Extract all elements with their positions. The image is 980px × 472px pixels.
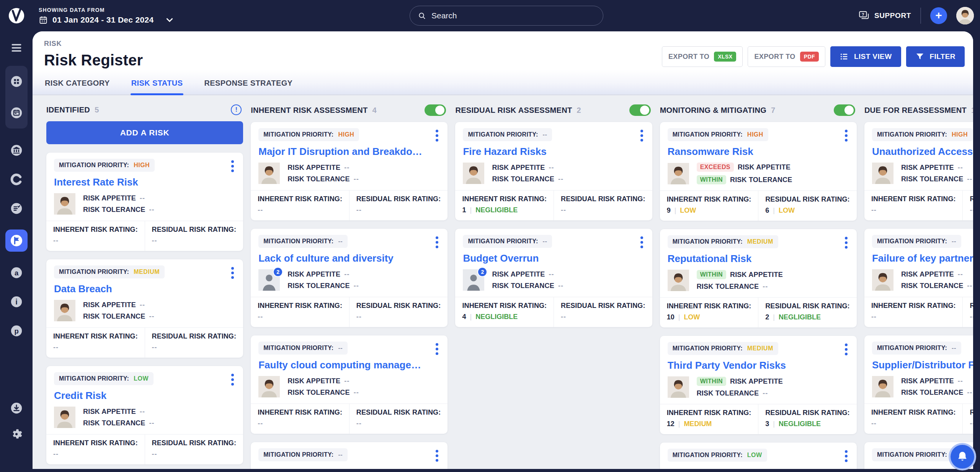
card-title[interactable]: Reputational Risk [668,253,849,264]
card-title[interactable]: Ransomware Risk [668,146,849,157]
mitigation-priority-chip: MITIGATION PRIORITY: -- [872,235,961,248]
card-title[interactable]: Unauthorized Access [872,146,973,157]
tab-risk-status[interactable]: RISK STATUS [131,70,184,94]
avatar [463,163,484,184]
kebab-menu-icon[interactable] [230,266,235,280]
card-body: Credit Risk RISK APPETITE-- RISK TOLERAN… [46,390,243,434]
sidebar-item-letter-c[interactable] [8,171,24,187]
risk-card[interactable]: MITIGATION PRIORITY: -- [251,442,448,469]
card-top: MITIGATION PRIORITY: HIGH [251,122,448,141]
inherent-value: -- [258,420,342,428]
sidebar-item-download[interactable] [8,400,24,416]
global-search[interactable] [410,6,603,26]
kebab-menu-icon[interactable] [230,160,235,173]
risk-card[interactable]: MITIGATION PRIORITY: -- Budget Overrun 2… [455,229,652,327]
risk-meta: RISK APPETITE-- RISK TOLERANCE-- [287,164,359,183]
risk-card[interactable]: MITIGATION PRIORITY: -- Fire Hazard Risk… [455,122,652,220]
risk-card[interactable]: MITIGATION PRIORITY: HIGH Unauthorized A… [864,122,973,220]
kebab-menu-icon[interactable] [640,129,644,142]
risk-card[interactable]: MITIGATION PRIORITY: HIGH Interest Rate … [46,153,243,251]
column-header: IDENTIFIED 5 ! [46,104,243,115]
risk-card[interactable]: MITIGATION PRIORITY: MEDIUM Reputational… [660,229,857,327]
add-risk-button[interactable]: ADD A RISK [46,121,243,144]
sidebar-item-letter-a[interactable]: a [8,265,24,281]
risk-card[interactable]: MITIGATION PRIORITY: LOW [660,443,857,469]
info-icon[interactable]: ! [231,104,242,115]
card-title[interactable]: Failure of key partners [872,252,973,264]
notifications-button[interactable] [949,443,976,470]
inherent-label: INHERENT RISK RATING: [258,195,342,203]
card-title[interactable]: Faulty cloud computing manage… [258,359,440,371]
priority-label: MITIGATION PRIORITY: [877,238,947,245]
owner-avatar-photo [258,376,280,397]
risk-card[interactable]: MITIGATION PRIORITY: -- Faulty cloud com… [251,335,448,434]
priority-value: HIGH [952,131,968,138]
card-top: MITIGATION PRIORITY: MEDIUM [660,336,857,355]
residual-cell: RESIDUAL RISK RATING: -- [554,297,652,327]
date-range-block: SHOWING DATA FROM 01 Jan 2024 - 31 Dec 2… [39,7,174,24]
date-range-picker[interactable]: 01 Jan 2024 - 31 Dec 2024 [39,15,174,24]
kebab-menu-icon[interactable] [230,373,235,386]
inherent-label: INHERENT RISK RATING: [258,409,342,417]
sidebar-item-calendar[interactable] [8,105,24,121]
support-button[interactable]: ? SUPPORT [858,10,911,21]
kebab-menu-icon[interactable] [435,236,439,249]
column-visibility-toggle[interactable] [425,104,446,116]
search-input[interactable] [431,11,595,20]
card-title[interactable]: Supplier/Distributor Failure [872,359,973,371]
inherent-cell: INHERENT RISK RATING: 4|NEGLIGIBLE [455,297,554,327]
card-title[interactable]: Budget Overrun [463,252,644,264]
filter-button[interactable]: FILTER [906,46,965,67]
list-view-button[interactable]: LIST VIEW [830,46,901,67]
kebab-menu-icon[interactable] [844,449,848,463]
sidebar-item-risk-flag[interactable] [5,229,28,252]
card-title[interactable]: Data Breach [54,283,235,295]
card-title[interactable]: Third Party Vendor Risks [668,360,849,371]
kebab-menu-icon[interactable] [844,236,848,249]
within-badge: WITHIN [697,377,726,386]
owner-avatar-photo [54,193,75,215]
owner-avatar-photo [668,163,689,184]
sidebar-item-letter-i[interactable]: i [8,294,24,310]
tab-response-strategy[interactable]: RESPONSE STRATEGY [203,70,293,94]
card-title[interactable]: Fire Hazard Risks [463,146,644,157]
column-visibility-toggle[interactable] [834,104,855,116]
risk-card[interactable]: MITIGATION PRIORITY: -- Supplier/Distrib… [864,335,973,434]
showing-data-label: SHOWING DATA FROM [39,7,174,13]
risk-card[interactable]: MITIGATION PRIORITY: HIGH Major IT Disru… [251,122,448,220]
kebab-menu-icon[interactable] [435,342,439,356]
kebab-menu-icon[interactable] [435,129,439,142]
kebab-menu-icon[interactable] [844,343,848,356]
priority-value: MEDIUM [747,345,773,352]
tab-risk-category[interactable]: RISK CATEGORY [44,70,111,94]
vcomply-logo[interactable] [0,7,33,24]
rating-level: MEDIUM [684,420,712,428]
kebab-menu-icon[interactable] [435,449,439,462]
sidebar-item-menu[interactable] [8,40,24,56]
risk-card[interactable]: MITIGATION PRIORITY: LOW Credit Risk RIS… [46,366,243,464]
sidebar-item-checklist[interactable] [8,200,24,216]
risk-card[interactable]: MITIGATION PRIORITY: HIGH Ransomware Ris… [660,122,857,221]
quick-add-button[interactable]: + [930,7,947,24]
list-view-label: LIST VIEW [854,52,892,61]
risk-card[interactable]: MITIGATION PRIORITY: -- Failure of key p… [864,229,973,327]
sidebar-item-letter-p[interactable]: p [8,323,24,339]
risk-card[interactable]: MITIGATION PRIORITY: -- Lack of culture … [251,229,448,327]
card-title[interactable]: Credit Risk [54,390,235,401]
sidebar-item-bank[interactable] [8,142,24,158]
user-avatar[interactable] [956,7,974,24]
card-title[interactable]: Lack of culture and diversity [258,252,440,264]
export-pdf-label: EXPORT TO [754,53,795,61]
sidebar-item-gear[interactable] [8,426,24,442]
column-visibility-toggle[interactable] [629,104,651,116]
export-pdf-button[interactable]: EXPORT TO PDF [748,46,825,67]
export-xlsx-button[interactable]: EXPORT TO XLSX [662,46,743,67]
card-title[interactable]: Major IT Disruption and Breakdo… [258,146,440,157]
kebab-menu-icon[interactable] [640,236,644,249]
risk-card[interactable]: MITIGATION PRIORITY: MEDIUM Data Breach … [46,259,243,358]
card-title[interactable]: Interest Rate Risk [54,176,235,188]
priority-label: MITIGATION PRIORITY: [59,269,129,275]
sidebar-item-grid[interactable] [8,73,24,90]
risk-card[interactable]: MITIGATION PRIORITY: MEDIUM Third Party … [660,336,857,434]
kebab-menu-icon[interactable] [844,129,848,142]
